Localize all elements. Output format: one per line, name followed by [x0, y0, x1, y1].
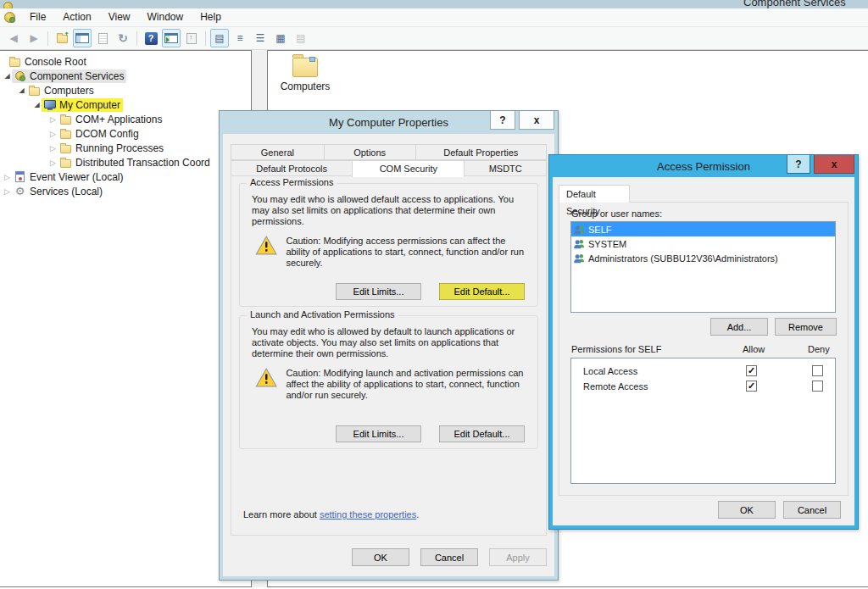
show-console-tree-button[interactable] — [73, 29, 92, 47]
tree-label[interactable]: My Computer — [59, 99, 120, 111]
dialog-help-button[interactable]: ? — [787, 155, 810, 174]
ok-button[interactable]: OK — [718, 501, 776, 519]
list-item-system[interactable]: SYSTEM — [571, 236, 835, 251]
list-item-self[interactable]: SELF — [571, 222, 835, 236]
access-permissions-group: Access Permissions You may edit who is a… — [239, 183, 538, 307]
collapse-twisty-icon[interactable]: ▷ — [48, 144, 58, 153]
tree-label[interactable]: Computers — [44, 85, 94, 97]
window-titlebar[interactable]: Component Services — [0, 0, 868, 8]
dialog-titlebar[interactable]: My Computer Properties ? x — [220, 111, 558, 134]
remote-access-allow-checkbox[interactable]: ✓ — [746, 381, 757, 392]
folder-icon — [58, 142, 73, 154]
computers-list-item[interactable]: Computers — [278, 58, 332, 92]
access-edit-limits-button[interactable]: Edit Limits... — [336, 283, 421, 300]
tree-label[interactable]: Console Root — [25, 56, 86, 68]
dialog-help-button[interactable]: ? — [490, 111, 515, 130]
icons-view-button[interactable]: ▤ — [210, 29, 229, 47]
expand-twisty-icon[interactable]: ◢ — [3, 72, 12, 80]
tree-label[interactable]: Component Services — [30, 70, 124, 82]
tree-item-event-viewer[interactable]: ▷ Event Viewer (Local) — [0, 169, 251, 184]
collapse-twisty-icon[interactable]: ▷ — [3, 173, 12, 181]
local-access-allow-checkbox[interactable]: ✓ — [746, 365, 757, 376]
tree-label[interactable]: DCOM Config — [75, 128, 139, 140]
tree-item-services[interactable]: ▷ ⚙Services (Local) — [0, 184, 251, 198]
dialog-close-button[interactable]: x — [814, 155, 854, 174]
tree-label[interactable]: Event Viewer (Local) — [30, 171, 124, 183]
user-name[interactable]: SELF — [588, 225, 612, 235]
tree-label[interactable]: Distributed Transaction Coord — [75, 157, 210, 169]
launch-edit-default-button[interactable]: Edit Default... — [439, 425, 525, 442]
up-one-level-button[interactable] — [53, 29, 71, 47]
list-view-button[interactable]: ☰ — [251, 29, 270, 47]
customize-view-button[interactable]: ▤ — [292, 29, 310, 47]
user-name[interactable]: SYSTEM — [588, 239, 626, 249]
dialog-body: General Options Default Properties Defau… — [223, 134, 554, 576]
apply-button[interactable]: Apply — [489, 548, 547, 566]
permissions-list[interactable]: Local Access ✓ Remote Access ✓ — [570, 358, 836, 484]
tree-item-component-services[interactable]: ◢ Component Services — [0, 69, 251, 83]
show-action-pane-button[interactable] — [162, 29, 181, 47]
expand-twisty-icon[interactable]: ◢ — [17, 86, 26, 94]
tab-msdtc[interactable]: MSDTC — [464, 160, 547, 176]
properties-button[interactable] — [93, 29, 112, 47]
export-list-button[interactable] — [182, 29, 201, 47]
back-button[interactable]: ◀ — [4, 29, 23, 47]
menu-help[interactable]: Help — [192, 8, 230, 26]
small-icons-view-button[interactable]: ≡ — [231, 29, 249, 47]
tree-item-com-applications[interactable]: ▷ COM+ Applications — [0, 112, 251, 126]
console-tree-panel: Console Root ◢ Component Services ◢ Comp… — [0, 50, 252, 587]
add-button[interactable]: Add... — [710, 318, 768, 336]
properties-icon — [98, 33, 108, 44]
refresh-button[interactable]: ↻ — [114, 29, 132, 47]
access-edit-default-button[interactable]: Edit Default... — [439, 283, 525, 300]
collapse-twisty-icon[interactable]: ▷ — [48, 130, 58, 138]
help-button[interactable]: ? — [142, 29, 160, 47]
dialog-titlebar[interactable]: Access Permission ? x — [549, 155, 858, 177]
tree-item-dcom-config[interactable]: ▷ DCOM Config — [0, 126, 251, 141]
dialog-close-button[interactable]: x — [519, 111, 554, 130]
folder-icon — [292, 58, 318, 77]
menu-view[interactable]: View — [100, 8, 139, 26]
tree-label[interactable]: COM+ Applications — [75, 114, 162, 125]
local-access-deny-checkbox[interactable] — [812, 365, 823, 376]
tab-default-security[interactable]: Default Security — [559, 185, 630, 203]
menu-window[interactable]: Window — [139, 8, 192, 26]
permission-name: Local Access — [583, 366, 637, 376]
group-description: You may edit who is allowed default acce… — [252, 194, 527, 227]
collapse-twisty-icon[interactable]: ▷ — [48, 115, 58, 124]
cancel-button[interactable]: Cancel — [783, 501, 841, 519]
tree-label[interactable]: Running Processes — [75, 142, 164, 154]
user-name[interactable]: Administrators (SUBBU12V36\Administrator… — [588, 253, 778, 264]
tab-options[interactable]: Options — [324, 144, 416, 160]
dialog-body: Default Security Group or user names: SE… — [553, 177, 854, 525]
tree-item-distributed-transaction[interactable]: ▷ Distributed Transaction Coord — [0, 155, 251, 169]
component-services-icon[interactable] — [4, 12, 15, 23]
tab-com-security[interactable]: COM Security — [352, 160, 465, 177]
list-item-administrators[interactable]: Administrators (SUBBU12V36\Administrator… — [571, 251, 835, 265]
tab-default-protocols[interactable]: Default Protocols — [231, 160, 353, 176]
collapse-twisty-icon[interactable]: ▷ — [3, 187, 12, 196]
menu-file[interactable]: File — [21, 8, 54, 26]
tree-item-console-root[interactable]: Console Root — [0, 54, 251, 69]
tree-item-computers[interactable]: ◢ Computers — [0, 83, 251, 97]
details-view-button[interactable]: ▦ — [271, 29, 290, 47]
icons-view-icon: ▤ — [214, 32, 224, 44]
launch-edit-limits-button[interactable]: Edit Limits... — [336, 425, 421, 442]
cancel-button[interactable]: Cancel — [420, 548, 478, 566]
tab-default-properties[interactable]: Default Properties — [415, 144, 548, 160]
setting-properties-link[interactable]: setting these properties — [320, 509, 416, 520]
group-user-names-list[interactable]: SELF SYSTEM Administrators (SUBBU12V36\A… — [570, 221, 836, 313]
ok-button[interactable]: OK — [352, 548, 409, 566]
expand-twisty-icon[interactable]: ◢ — [32, 101, 42, 108]
tree-label[interactable]: Services (Local) — [30, 186, 103, 197]
remote-access-deny-checkbox[interactable] — [812, 381, 823, 392]
folder-icon — [58, 156, 73, 169]
remove-button[interactable]: Remove — [775, 318, 837, 336]
console-tree: Console Root ◢ Component Services ◢ Comp… — [0, 51, 251, 198]
forward-button[interactable]: ▶ — [25, 29, 43, 47]
menu-action[interactable]: Action — [54, 8, 99, 26]
tab-general[interactable]: General — [231, 144, 325, 160]
tree-item-my-computer[interactable]: ◢ My Computer — [0, 97, 251, 112]
collapse-twisty-icon[interactable]: ▷ — [48, 158, 58, 167]
tree-item-running-processes[interactable]: ▷ Running Processes — [0, 141, 251, 155]
